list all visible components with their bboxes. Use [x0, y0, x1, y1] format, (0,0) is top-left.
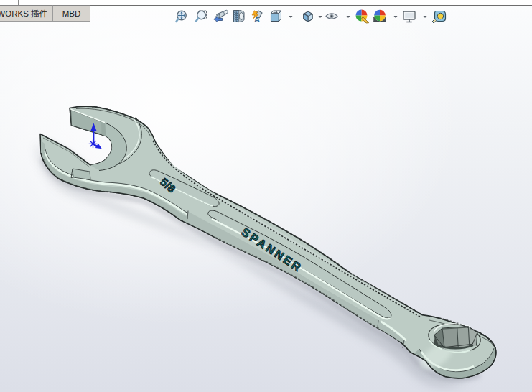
svg-text:WORKS 插件: WORKS 插件	[0, 9, 47, 18]
svg-text:MBD: MBD	[62, 9, 81, 18]
svg-text:A: A	[254, 15, 260, 24]
